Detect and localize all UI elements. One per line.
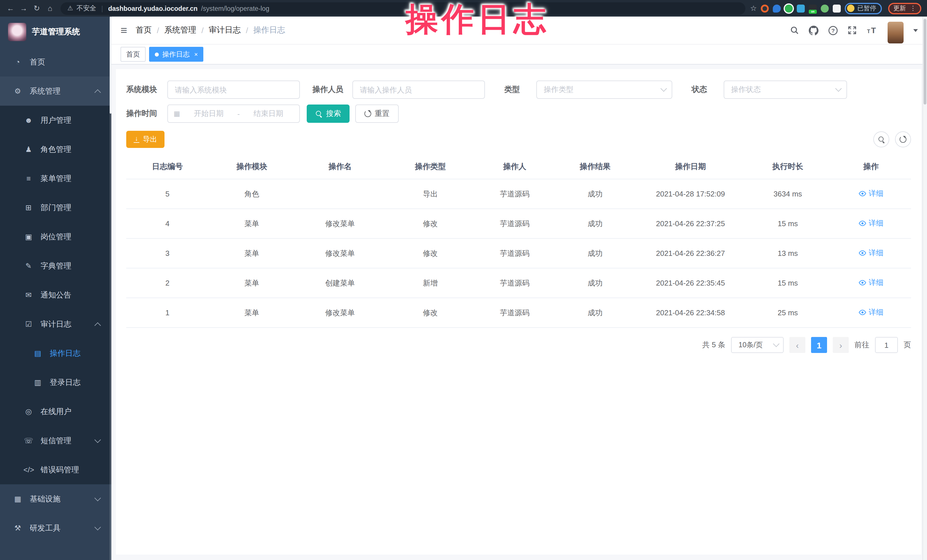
table-toolbar: ↓ 导出 [126, 131, 911, 148]
tab-tag-inactive[interactable]: 首页 [120, 47, 146, 62]
sidebar-item-audit-log[interactable]: ☑审计日志 [0, 310, 111, 339]
not-secure-label: 不安全 [76, 4, 96, 12]
sidebar-item-system-management[interactable]: ⚙系统管理 [0, 76, 111, 106]
sidebar-item-dev-tools[interactable]: ⚒研发工具 [0, 513, 111, 543]
browser-toolbar-right: ☆ on 已暂停 更新 ⋮ [750, 3, 922, 14]
page-content: 系统模块 操作人员 类型 操作类型 状态 [111, 65, 927, 560]
date-range-picker[interactable]: ▦ 开始日期 - 结束日期 [167, 105, 300, 123]
extension-pin-icon[interactable] [773, 4, 781, 12]
operator-input[interactable] [353, 80, 485, 99]
module-label: 系统模块 [126, 85, 167, 95]
svg-text:T: T [871, 26, 876, 35]
page-size-select[interactable]: 10条/页 [731, 337, 784, 353]
goto-label: 前往 [854, 340, 869, 350]
extension-switch-icon[interactable]: on [809, 4, 817, 12]
detail-link[interactable]: 详细 [859, 188, 884, 199]
browser-back-icon[interactable]: ← [5, 4, 17, 12]
breadcrumb-item[interactable]: 审计日志 [209, 25, 241, 35]
reset-button[interactable]: 重置 [355, 105, 399, 123]
profile-paused-badge[interactable]: 已暂停 [845, 3, 882, 14]
sidebar-item-sms-management[interactable]: ☏短信管理 [0, 426, 111, 455]
overflow-menu-icon[interactable]: ⋮ [910, 5, 916, 12]
browser-forward-icon[interactable]: → [18, 4, 30, 12]
search-icon[interactable] [790, 26, 799, 35]
tag-label: 操作日志 [162, 49, 190, 59]
sidebar-item-error-code-management[interactable]: </>错误码管理 [0, 455, 111, 484]
module-input[interactable] [167, 80, 300, 99]
sidebar-item-online-users[interactable]: ◎在线用户 [0, 397, 111, 426]
avatar-caret-down-icon[interactable] [913, 29, 918, 32]
breadcrumb-item[interactable]: 首页 [136, 25, 152, 35]
prev-page-button[interactable]: ‹ [789, 337, 805, 353]
url-path: /system/log/operate-log [201, 5, 269, 12]
paused-label: 已暂停 [857, 4, 876, 12]
current-page-button[interactable]: 1 [811, 337, 827, 353]
sidebar-item-operate-log[interactable]: ▤操作日志 [0, 339, 111, 368]
status-select[interactable]: 操作状态 [724, 80, 847, 99]
page-scrollbar-thumb[interactable] [924, 19, 926, 105]
search-button[interactable]: 搜索 [307, 105, 350, 123]
browser-reload-icon[interactable]: ↻ [31, 4, 43, 12]
tab-tag-active[interactable]: 操作日志× [149, 47, 204, 62]
sidebar-item-dict-management[interactable]: ✎字典管理 [0, 251, 111, 281]
export-button[interactable]: ↓ 导出 [126, 131, 164, 148]
sidebar-item-login-log[interactable]: ▥登录日志 [0, 368, 111, 397]
gear-icon: ⚙ [12, 87, 23, 96]
sidebar-item-role-management[interactable]: ♟角色管理 [0, 135, 111, 164]
detail-link-label: 详细 [869, 218, 884, 228]
detail-link-label: 详细 [869, 307, 884, 317]
collapse-sidebar-icon[interactable]: ≡ [120, 24, 127, 37]
app-logo[interactable]: 芋道管理系统 [0, 17, 111, 47]
toggle-search-button[interactable] [873, 131, 889, 147]
operate-log-icon: ▤ [33, 349, 43, 358]
extension-orange-icon[interactable] [761, 4, 769, 12]
extension-green-v-icon[interactable] [785, 4, 793, 12]
detail-link[interactable]: 详细 [859, 278, 884, 288]
detail-link[interactable]: 详细 [859, 307, 884, 317]
font-size-icon[interactable]: TT [866, 26, 878, 35]
update-badge[interactable]: 更新 ⋮ [888, 3, 921, 14]
extension-leaf-icon[interactable] [821, 4, 829, 12]
sidebar-item-home[interactable]: ◔首页 [0, 47, 111, 76]
github-icon[interactable] [809, 26, 819, 35]
range-separator: - [237, 109, 240, 118]
browser-home-icon[interactable]: ⌂ [44, 4, 56, 12]
detail-link[interactable]: 详细 [859, 218, 884, 228]
user-avatar[interactable] [887, 22, 904, 43]
cell-id: 3 [126, 238, 209, 268]
extension-blue-icon[interactable] [797, 4, 805, 12]
fullscreen-icon[interactable] [848, 26, 857, 35]
operator-input-field[interactable] [354, 85, 483, 94]
sidebar-item-menu-management[interactable]: ≡菜单管理 [0, 164, 111, 193]
help-icon[interactable]: ? [828, 26, 838, 35]
type-select[interactable]: 操作类型 [536, 80, 672, 99]
cell-operator: 芋道源码 [476, 268, 554, 298]
page-scrollbar[interactable] [922, 17, 927, 560]
cell-id: 4 [126, 209, 209, 238]
sidebar-scrollbar-thumb[interactable] [109, 17, 111, 114]
table-body: 5角色导出芋道源码成功2021-04-28 17:52:093634 ms详细4… [126, 179, 911, 328]
table-header-row: 日志编号操作模块操作名操作类型操作人操作结果操作日期执行时长操作 [126, 155, 911, 179]
sidebar-item-label: 角色管理 [41, 144, 71, 155]
sidebar-item-dept-management[interactable]: ⊞部门管理 [0, 193, 111, 222]
extensions-puzzle-icon[interactable] [833, 4, 841, 12]
sidebar-item-notice-announcement[interactable]: ✉通知公告 [0, 281, 111, 310]
breadcrumb-item[interactable]: 系统管理 [164, 25, 196, 35]
sidebar-item-post-management[interactable]: ▣岗位管理 [0, 222, 111, 251]
cell-id: 5 [126, 179, 209, 209]
refresh-table-button[interactable] [895, 131, 911, 147]
module-input-field[interactable] [169, 85, 298, 94]
goto-page-input[interactable]: 1 [875, 337, 898, 353]
audit-log-icon: ☑ [23, 320, 34, 328]
detail-link[interactable]: 详细 [859, 248, 884, 258]
next-page-button[interactable]: › [833, 337, 849, 353]
breadcrumb-item: 操作日志 [253, 25, 285, 35]
sidebar-item-infrastructure[interactable]: ▦基础设施 [0, 484, 111, 513]
refresh-icon [365, 110, 371, 117]
sidebar-item-user-management[interactable]: ☻用户管理 [0, 106, 111, 135]
bookmark-star-icon[interactable]: ☆ [750, 4, 757, 12]
address-bar[interactable]: ⚠ 不安全 | dashboard.yudao.iocoder.cn /syst… [61, 2, 746, 15]
table-row: 3菜单修改菜单修改芋道源码成功2021-04-26 22:36:2713 ms详… [126, 238, 911, 268]
close-icon[interactable]: × [194, 51, 198, 58]
detail-link-label: 详细 [869, 248, 884, 258]
